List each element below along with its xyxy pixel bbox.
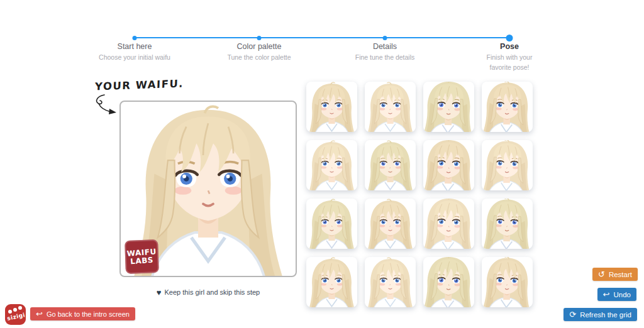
- go-back-intro-button[interactable]: ↩ Go back to the intro screen: [30, 307, 135, 320]
- logo-dot: [13, 308, 17, 312]
- progress-line: [135, 37, 509, 38]
- step-title: Pose: [475, 42, 544, 51]
- doodle-arrow-icon: [92, 93, 119, 116]
- your-waifu-heading: YOUR WAIFU.: [95, 78, 184, 93]
- watermark-line2: LABS: [130, 256, 154, 265]
- step-color-palette: Color palette Tune the color palette: [221, 42, 297, 63]
- pose-variant-thumbnail[interactable]: [306, 199, 357, 249]
- back-arrow-icon: ↩: [36, 310, 43, 318]
- pose-variant-thumbnail[interactable]: [423, 140, 474, 190]
- step-start-here: Start here Choose your initial waifu: [97, 42, 172, 63]
- restart-label: Restart: [609, 271, 632, 278]
- pose-variant-thumbnail[interactable]: [482, 257, 533, 307]
- pose-variant-thumbnail[interactable]: [365, 82, 416, 132]
- go-back-label: Go back to the intro screen: [47, 310, 130, 318]
- pose-variant-thumbnail[interactable]: [423, 199, 474, 249]
- pose-variant-thumbnail[interactable]: [423, 257, 474, 307]
- waifu-labs-pose-screen: Start here Choose your initial waifu Col…: [0, 0, 644, 328]
- pose-variant-thumbnail[interactable]: [306, 82, 357, 132]
- pose-grid: [306, 82, 533, 307]
- waifu-labs-watermark: WAIFU LABS: [125, 239, 159, 274]
- step-details: Details Fine tune the details: [347, 42, 423, 63]
- logo-dot: [8, 310, 12, 314]
- step-subtitle: Fine tune the details: [347, 53, 423, 63]
- pose-variant-thumbnail[interactable]: [482, 199, 533, 249]
- refresh-grid-label: Refresh the grid: [580, 311, 631, 319]
- step-dot-details: [383, 36, 387, 40]
- restart-button[interactable]: ↺ Restart: [592, 268, 638, 281]
- pose-variant-thumbnail[interactable]: [365, 140, 416, 190]
- pose-variant-thumbnail[interactable]: [306, 257, 357, 307]
- step-pose: Pose Finish with your favorite pose!: [475, 42, 544, 73]
- heart-icon: ♥: [157, 288, 162, 297]
- pose-variant-thumbnail[interactable]: [365, 199, 416, 249]
- restart-icon: ↺: [598, 270, 605, 278]
- sizigi-studio-logo[interactable]: sizigi: [5, 304, 26, 325]
- logo-dot: [18, 306, 22, 310]
- pose-variant-thumbnail[interactable]: [365, 257, 416, 307]
- pose-variant-thumbnail[interactable]: [482, 82, 533, 132]
- keep-girl-skip-step-button[interactable]: ♥Keep this girl and skip this step: [119, 288, 297, 297]
- refresh-grid-button[interactable]: ⟳ Refresh the grid: [564, 308, 637, 321]
- step-title: Start here: [97, 42, 172, 51]
- undo-label: Undo: [614, 291, 631, 298]
- step-dot-start: [133, 36, 137, 40]
- refresh-icon: ⟳: [569, 310, 576, 319]
- step-title: Color palette: [221, 42, 297, 51]
- pose-variant-thumbnail[interactable]: [306, 140, 357, 190]
- step-subtitle: Finish with your favorite pose!: [475, 53, 544, 73]
- step-subtitle: Choose your initial waifu: [97, 53, 172, 63]
- undo-icon: ↩: [603, 290, 610, 298]
- pose-variant-thumbnail[interactable]: [423, 82, 474, 132]
- step-subtitle: Tune the color palette: [221, 53, 297, 63]
- undo-button[interactable]: ↩ Undo: [597, 288, 636, 301]
- keep-girl-label: Keep this girl and skip this step: [165, 288, 260, 296]
- step-dot-pose: [506, 35, 513, 41]
- step-title: Details: [347, 42, 423, 51]
- step-dot-color-palette: [257, 36, 262, 40]
- pose-variant-thumbnail[interactable]: [482, 140, 533, 190]
